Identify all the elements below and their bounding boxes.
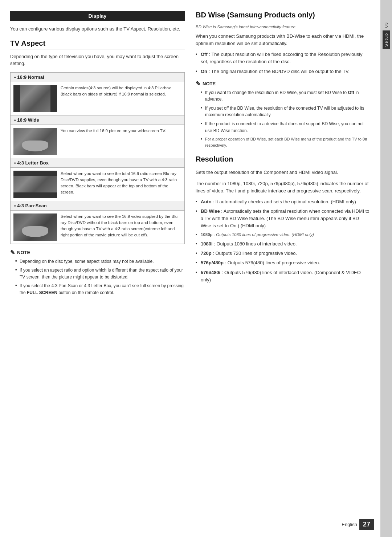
left-note-item-2: If you select an aspect ratio and option… bbox=[15, 267, 185, 280]
left-note-header: ✎ NOTE bbox=[10, 249, 185, 256]
resolution-bd-wise: BD Wise : Automatically sets the optimal… bbox=[196, 208, 370, 229]
aspect-image-169-wide bbox=[13, 128, 57, 155]
aspect-desc-43-panscan: Select when you want to see the 16:9 vid… bbox=[61, 213, 181, 239]
aspect-row-169-normal: • 16:9 Normal Certain movies(4:3 source)… bbox=[11, 73, 184, 115]
bd-wise-off-text: : The output resolution will be fixed ac… bbox=[201, 52, 363, 64]
intro-text: You can configure various display option… bbox=[10, 25, 185, 33]
aspect-image-169-normal bbox=[13, 85, 57, 112]
left-note-label: NOTE bbox=[17, 250, 30, 255]
letterbox-inner bbox=[13, 176, 57, 192]
aspect-desc-169-normal: Certain movies(4:3 source) will be displ… bbox=[61, 85, 181, 98]
aspect-label-43-panscan: • 4:3 Pan-Scan bbox=[11, 201, 184, 211]
footer-text: English bbox=[342, 522, 357, 527]
bullet-icon: • bbox=[14, 117, 17, 123]
side-tab: 03 Setup bbox=[380, 0, 392, 537]
bd-wise-on-bullet: On : The original resolution of the BD/D… bbox=[196, 68, 370, 75]
resolution-intro-1: Sets the output resolution of the Compon… bbox=[196, 169, 370, 176]
aspect-content-43-letterbox: Select when you want to see the total 16… bbox=[11, 168, 184, 201]
left-note-section: ✎ NOTE Depending on the disc type, some … bbox=[10, 249, 185, 296]
bd-wise-on-term: On bbox=[201, 69, 207, 74]
aspect-desc-43-letterbox: Select when you want to see the total 16… bbox=[61, 171, 181, 196]
left-note-item-1: Depending on the disc type, some aspect … bbox=[15, 258, 185, 265]
bd-wise-intro: When you connect Samsung products with B… bbox=[196, 33, 370, 47]
left-note-item-3: If you select the 4:3 Pan-Scan or 4:3 Le… bbox=[15, 282, 185, 296]
resolution-1080p: 1080p : Outputs 1080 lines of progressiv… bbox=[196, 232, 370, 238]
bd-wise-title: BD Wise (Samsung Products only) bbox=[196, 11, 370, 21]
left-column: Display You can configure various displa… bbox=[10, 11, 185, 526]
bullet-icon: • bbox=[14, 160, 17, 166]
page-container: Display You can configure various displa… bbox=[0, 0, 392, 537]
resolution-1080i: 1080i : Outputs 1080 lines of interlaced… bbox=[196, 240, 370, 248]
note-icon-left: ✎ bbox=[10, 249, 15, 256]
bd-note-item-1: If you want to change the resolution in … bbox=[201, 89, 370, 103]
bullet-icon: • bbox=[14, 203, 17, 208]
bullet-icon: • bbox=[14, 74, 17, 80]
aspect-content-43-panscan: Select when you want to see the 16:9 vid… bbox=[11, 211, 184, 244]
bd-note-item-3: If the product is connected to a device … bbox=[201, 121, 370, 134]
side-tab-label: Setup bbox=[383, 30, 390, 49]
bd-wise-bullet-list: Off : The output resolution will be fixe… bbox=[196, 51, 370, 75]
aspect-image-43-panscan bbox=[13, 213, 57, 241]
bd-wise-off-bullet: Off : The output resolution will be fixe… bbox=[196, 51, 370, 65]
resolution-576p: 576p/480p : Outputs 576(480) lines of pr… bbox=[196, 259, 370, 267]
aspect-table: • 16:9 Normal Certain movies(4:3 source)… bbox=[10, 72, 185, 244]
aspect-desc-169-wide: You can view the full 16:9 picture on yo… bbox=[61, 128, 181, 134]
pillarbox-inner bbox=[20, 85, 50, 112]
right-column: BD Wise (Samsung Products only) BD Wise … bbox=[196, 11, 370, 526]
aspect-row-43-panscan: • 4:3 Pan-Scan Select when you want to s… bbox=[11, 201, 184, 244]
bd-wise-off-term: Off bbox=[201, 52, 208, 57]
resolution-intro-2: The number in 1080p, 1080i, 720p, 576p(4… bbox=[196, 180, 370, 195]
aspect-label-43-letterbox: • 4:3 Letter Box bbox=[11, 158, 184, 168]
note-icon-bd: ✎ bbox=[196, 80, 200, 87]
resolution-576i: 576i/480i : Outputs 576(480) lines of in… bbox=[196, 269, 370, 284]
aspect-label-169-normal: • 16:9 Normal bbox=[11, 73, 184, 82]
resolution-auto: Auto : It automatically checks and sets … bbox=[196, 198, 370, 206]
bd-wise-on-text: : The original resolution of the BD/DVD … bbox=[207, 69, 350, 74]
aspect-label-169-wide: • 16:9 Wide bbox=[11, 115, 184, 125]
bd-note-item-4: For a proper operation of BD Wise, set e… bbox=[201, 136, 370, 149]
bd-note-section: ✎ NOTE If you want to change the resolut… bbox=[196, 80, 370, 149]
resolution-720p: 720p : Outputs 720 lines of progressive … bbox=[196, 250, 370, 257]
aspect-row-169-wide: • 16:9 Wide You can view the full 16:9 p… bbox=[11, 115, 184, 158]
main-content: Display You can configure various displa… bbox=[0, 0, 380, 537]
resolution-title: Resolution bbox=[196, 155, 370, 165]
bd-wise-subtitle: BD Wise is Samsung's latest inter-connec… bbox=[196, 25, 370, 29]
bd-note-list: If you want to change the resolution in … bbox=[196, 89, 370, 149]
panscan-inner bbox=[13, 213, 57, 241]
display-header: Display bbox=[10, 11, 185, 21]
bd-note-item-2: If you set off the BD Wise, the resoluti… bbox=[201, 105, 370, 118]
side-tab-number: 03 bbox=[384, 22, 388, 28]
bd-note-header: ✎ NOTE bbox=[196, 80, 370, 87]
aspect-row-43-letterbox: • 4:3 Letter Box Select when you want to… bbox=[11, 158, 184, 201]
page-footer: English 27 bbox=[342, 519, 374, 530]
aspect-content-169-normal: Certain movies(4:3 source) will be displ… bbox=[11, 82, 184, 115]
tv-aspect-intro: Depending on the type of television you … bbox=[10, 53, 185, 67]
tv-aspect-title: TV Aspect bbox=[10, 39, 185, 49]
aspect-content-169-wide: You can view the full 16:9 picture on yo… bbox=[11, 125, 184, 158]
resolution-bullet-list: Auto : It automatically checks and sets … bbox=[196, 198, 370, 284]
page-number: 27 bbox=[359, 519, 374, 530]
bd-note-label: NOTE bbox=[203, 81, 216, 86]
aspect-image-43-letterbox bbox=[13, 171, 57, 198]
wide-image bbox=[13, 128, 57, 155]
left-note-list: Depending on the disc type, some aspect … bbox=[10, 258, 185, 296]
